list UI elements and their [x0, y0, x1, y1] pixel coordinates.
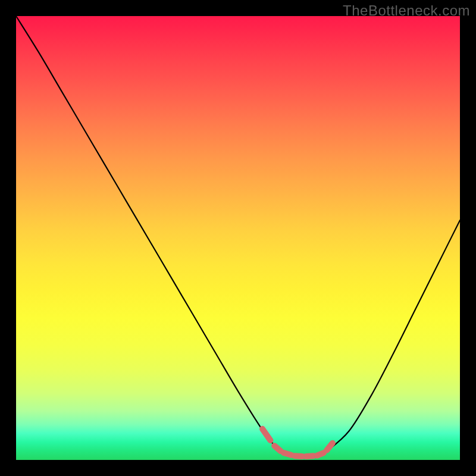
flat-dash	[262, 429, 270, 440]
flat-dash	[327, 443, 333, 450]
flat-dash	[274, 446, 280, 451]
watermark-text: TheBottleneck.com	[343, 2, 470, 19]
bottleneck-curve-svg	[16, 16, 460, 460]
chart-frame: TheBottleneck.com	[0, 0, 476, 476]
bottleneck-curve-path	[16, 16, 460, 456]
flat-dash	[317, 453, 324, 455]
flat-dash	[295, 456, 302, 456]
flat-segment-dashes	[262, 429, 333, 456]
flat-dash	[284, 453, 292, 455]
flat-dash	[306, 456, 314, 456]
